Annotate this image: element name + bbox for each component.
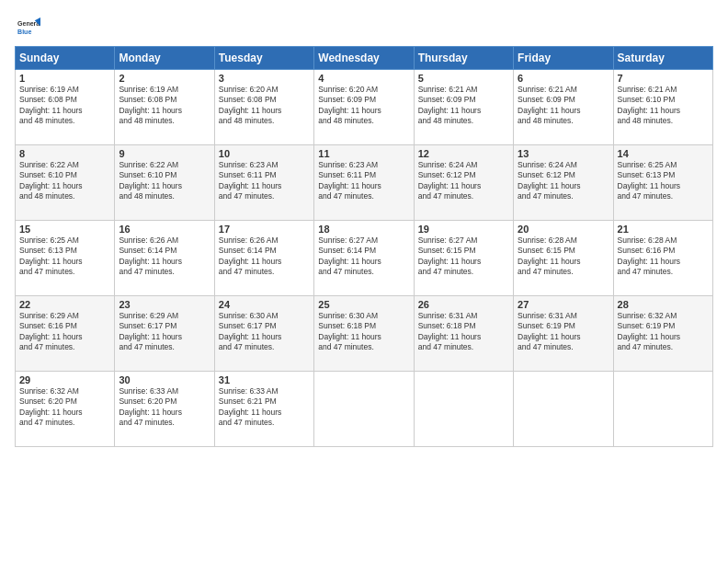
day-number: 24: [219, 299, 310, 310]
calendar-day-header: Friday: [514, 47, 613, 70]
day-number: 7: [618, 73, 709, 84]
day-info: Sunrise: 6:23 AM Sunset: 6:11 PM Dayligh…: [219, 160, 310, 202]
calendar-day-header: Sunday: [16, 47, 115, 70]
day-info: Sunrise: 6:19 AM Sunset: 6:08 PM Dayligh…: [119, 85, 210, 127]
day-number: 10: [219, 148, 310, 159]
day-info: Sunrise: 6:24 AM Sunset: 6:12 PM Dayligh…: [418, 160, 509, 202]
calendar-day-cell: [613, 372, 712, 447]
calendar-week-row: 1Sunrise: 6:19 AM Sunset: 6:08 PM Daylig…: [16, 70, 713, 145]
calendar-day-cell: 12Sunrise: 6:24 AM Sunset: 6:12 PM Dayli…: [414, 145, 513, 221]
calendar-day-cell: 2Sunrise: 6:19 AM Sunset: 6:08 PM Daylig…: [115, 70, 214, 145]
day-number: 9: [119, 148, 210, 159]
calendar-day-cell: 5Sunrise: 6:21 AM Sunset: 6:09 PM Daylig…: [414, 70, 513, 145]
day-info: Sunrise: 6:24 AM Sunset: 6:12 PM Dayligh…: [518, 160, 609, 202]
day-info: Sunrise: 6:28 AM Sunset: 6:15 PM Dayligh…: [518, 236, 609, 278]
calendar-body: 1Sunrise: 6:19 AM Sunset: 6:08 PM Daylig…: [16, 70, 713, 447]
page-container: General Blue SundayMondayTuesdayWednesda…: [0, 0, 728, 563]
day-info: Sunrise: 6:25 AM Sunset: 6:13 PM Dayligh…: [19, 236, 110, 278]
day-info: Sunrise: 6:20 AM Sunset: 6:08 PM Dayligh…: [219, 85, 310, 127]
day-info: Sunrise: 6:22 AM Sunset: 6:10 PM Dayligh…: [119, 160, 210, 202]
calendar-day-cell: 3Sunrise: 6:20 AM Sunset: 6:08 PM Daylig…: [214, 70, 313, 145]
day-info: Sunrise: 6:25 AM Sunset: 6:13 PM Dayligh…: [618, 160, 709, 202]
day-number: 15: [19, 224, 110, 235]
calendar-day-cell: 20Sunrise: 6:28 AM Sunset: 6:15 PM Dayli…: [514, 221, 613, 296]
calendar-day-header: Tuesday: [214, 47, 313, 70]
calendar-day-header: Saturday: [613, 47, 712, 70]
calendar-day-cell: 4Sunrise: 6:20 AM Sunset: 6:09 PM Daylig…: [314, 70, 414, 145]
day-number: 2: [119, 73, 210, 84]
day-number: 21: [618, 224, 709, 235]
calendar-day-cell: 14Sunrise: 6:25 AM Sunset: 6:13 PM Dayli…: [613, 145, 712, 221]
day-number: 30: [119, 374, 210, 385]
day-number: 20: [518, 224, 609, 235]
day-number: 12: [418, 148, 509, 159]
calendar-day-cell: 1Sunrise: 6:19 AM Sunset: 6:08 PM Daylig…: [16, 70, 115, 145]
day-info: Sunrise: 6:30 AM Sunset: 6:18 PM Dayligh…: [318, 311, 409, 353]
calendar-day-cell: 25Sunrise: 6:30 AM Sunset: 6:18 PM Dayli…: [314, 296, 414, 372]
calendar-day-cell: 30Sunrise: 6:33 AM Sunset: 6:20 PM Dayli…: [115, 372, 214, 447]
day-info: Sunrise: 6:22 AM Sunset: 6:10 PM Dayligh…: [19, 160, 110, 202]
logo-icon: General Blue: [15, 15, 40, 40]
day-info: Sunrise: 6:32 AM Sunset: 6:20 PM Dayligh…: [19, 386, 110, 429]
day-info: Sunrise: 6:31 AM Sunset: 6:19 PM Dayligh…: [518, 311, 609, 353]
day-number: 4: [318, 73, 409, 84]
calendar-day-cell: 26Sunrise: 6:31 AM Sunset: 6:18 PM Dayli…: [414, 296, 513, 372]
calendar-week-row: 29Sunrise: 6:32 AM Sunset: 6:20 PM Dayli…: [16, 372, 713, 447]
day-info: Sunrise: 6:23 AM Sunset: 6:11 PM Dayligh…: [318, 160, 409, 202]
calendar-day-cell: 17Sunrise: 6:26 AM Sunset: 6:14 PM Dayli…: [214, 221, 313, 296]
calendar-day-header: Wednesday: [314, 47, 414, 70]
svg-text:Blue: Blue: [17, 29, 31, 35]
day-number: 22: [19, 299, 110, 310]
day-number: 25: [318, 299, 409, 310]
day-info: Sunrise: 6:26 AM Sunset: 6:14 PM Dayligh…: [219, 236, 310, 278]
day-number: 11: [318, 148, 409, 159]
day-number: 28: [618, 299, 709, 310]
day-info: Sunrise: 6:27 AM Sunset: 6:15 PM Dayligh…: [418, 236, 509, 278]
calendar-day-cell: 7Sunrise: 6:21 AM Sunset: 6:10 PM Daylig…: [613, 70, 712, 145]
page-header: General Blue: [15, 15, 713, 40]
svg-rect-0: [17, 17, 40, 40]
calendar-day-cell: 15Sunrise: 6:25 AM Sunset: 6:13 PM Dayli…: [16, 221, 115, 296]
day-number: 8: [19, 148, 110, 159]
day-info: Sunrise: 6:31 AM Sunset: 6:18 PM Dayligh…: [418, 311, 509, 353]
calendar-day-cell: 21Sunrise: 6:28 AM Sunset: 6:16 PM Dayli…: [613, 221, 712, 296]
day-number: 3: [219, 73, 310, 84]
day-number: 13: [518, 148, 609, 159]
day-number: 19: [418, 224, 509, 235]
day-number: 31: [219, 374, 310, 385]
day-info: Sunrise: 6:27 AM Sunset: 6:14 PM Dayligh…: [318, 236, 409, 278]
calendar-day-header: Thursday: [414, 47, 513, 70]
day-number: 23: [119, 299, 210, 310]
calendar-day-cell: 9Sunrise: 6:22 AM Sunset: 6:10 PM Daylig…: [115, 145, 214, 221]
calendar-day-cell: 10Sunrise: 6:23 AM Sunset: 6:11 PM Dayli…: [214, 145, 313, 221]
day-number: 14: [618, 148, 709, 159]
day-info: Sunrise: 6:19 AM Sunset: 6:08 PM Dayligh…: [19, 85, 110, 127]
day-number: 18: [318, 224, 409, 235]
day-info: Sunrise: 6:21 AM Sunset: 6:10 PM Dayligh…: [618, 85, 709, 127]
day-info: Sunrise: 6:33 AM Sunset: 6:21 PM Dayligh…: [219, 386, 310, 429]
calendar-day-cell: [414, 372, 513, 447]
calendar-day-cell: 28Sunrise: 6:32 AM Sunset: 6:19 PM Dayli…: [613, 296, 712, 372]
day-number: 5: [418, 73, 509, 84]
day-info: Sunrise: 6:29 AM Sunset: 6:17 PM Dayligh…: [119, 311, 210, 353]
day-info: Sunrise: 6:32 AM Sunset: 6:19 PM Dayligh…: [618, 311, 709, 353]
calendar-week-row: 22Sunrise: 6:29 AM Sunset: 6:16 PM Dayli…: [16, 296, 713, 372]
calendar-day-cell: [514, 372, 613, 447]
day-info: Sunrise: 6:30 AM Sunset: 6:17 PM Dayligh…: [219, 311, 310, 353]
day-number: 26: [418, 299, 509, 310]
calendar-day-cell: 24Sunrise: 6:30 AM Sunset: 6:17 PM Dayli…: [214, 296, 313, 372]
calendar-day-cell: 6Sunrise: 6:21 AM Sunset: 6:09 PM Daylig…: [514, 70, 613, 145]
calendar-day-cell: 18Sunrise: 6:27 AM Sunset: 6:14 PM Dayli…: [314, 221, 414, 296]
calendar-day-cell: 19Sunrise: 6:27 AM Sunset: 6:15 PM Dayli…: [414, 221, 513, 296]
day-info: Sunrise: 6:21 AM Sunset: 6:09 PM Dayligh…: [518, 85, 609, 127]
day-number: 27: [518, 299, 609, 310]
calendar-day-cell: 11Sunrise: 6:23 AM Sunset: 6:11 PM Dayli…: [314, 145, 414, 221]
calendar-day-cell: 31Sunrise: 6:33 AM Sunset: 6:21 PM Dayli…: [214, 372, 313, 447]
day-info: Sunrise: 6:33 AM Sunset: 6:20 PM Dayligh…: [119, 386, 210, 429]
day-number: 17: [219, 224, 310, 235]
day-info: Sunrise: 6:21 AM Sunset: 6:09 PM Dayligh…: [418, 85, 509, 127]
calendar-day-cell: 29Sunrise: 6:32 AM Sunset: 6:20 PM Dayli…: [16, 372, 115, 447]
day-number: 6: [518, 73, 609, 84]
day-info: Sunrise: 6:26 AM Sunset: 6:14 PM Dayligh…: [119, 236, 210, 278]
calendar-day-header: Monday: [115, 47, 214, 70]
